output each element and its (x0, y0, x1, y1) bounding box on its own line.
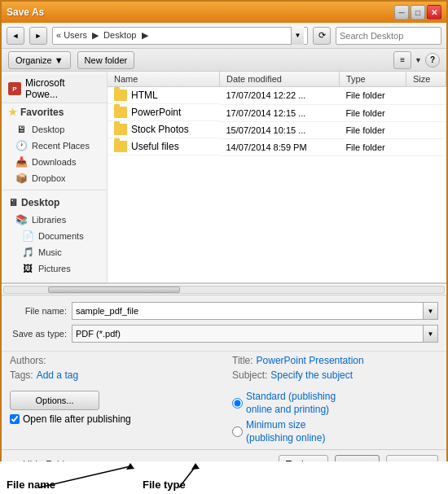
title-bar: Save As ─ □ ✕ (2, 2, 446, 23)
table-row[interactable]: Stock Photos 15/07/2014 10:15 ... File f… (108, 121, 446, 138)
sidebar-sub: 📚 Libraries 📄 Documents 🎵 Music 🖼 Pictur… (2, 212, 107, 277)
svg-marker-3 (191, 463, 200, 470)
documents-icon: 📄 (21, 230, 34, 242)
sidebar-item-documents[interactable]: 📄 Documents (8, 228, 107, 244)
table-row[interactable]: Useful files 14/07/2014 8:59 PM File fol… (108, 138, 446, 155)
file-name-cell: HTML (108, 87, 220, 104)
radio-minimum-row: Minimum size(publishing online) (232, 419, 438, 444)
filename-row: File name: ▼ (10, 302, 438, 320)
annotation-area: File name File type (0, 461, 448, 494)
file-type-cell: File folder (339, 87, 406, 105)
sidebar-item-desktop[interactable]: 🖥 Desktop (8, 121, 107, 138)
radio-standard[interactable] (232, 398, 243, 409)
tags-value[interactable]: Add a tag (37, 369, 78, 381)
toolbar: ◄ ► « Users ▶ Desktop ▶ ▼ ⟳ 🔍 (2, 23, 446, 49)
authors-label: Authors: (10, 355, 46, 366)
refresh-button[interactable]: ⟳ (313, 27, 331, 45)
form-section: File name: ▼ Save as type: ▼ (2, 295, 446, 351)
options-right: Standard (publishingonline and printing)… (232, 391, 438, 444)
radio-minimum[interactable] (232, 426, 243, 437)
col-type[interactable]: Type (339, 72, 406, 87)
sidebar-downloads-label: Downloads (32, 157, 76, 167)
file-date-cell: 17/07/2014 12:22 ... (220, 87, 340, 105)
filename-input[interactable] (72, 302, 424, 320)
file-date-cell: 14/07/2014 8:59 PM (220, 138, 340, 155)
recent-icon: 🕐 (15, 140, 28, 151)
file-size-cell (406, 104, 446, 121)
open-file-checkbox[interactable] (10, 414, 20, 424)
folder-icon (114, 90, 127, 101)
sidebar-item-pictures[interactable]: 🖼 Pictures (8, 260, 107, 277)
forward-button[interactable]: ► (29, 27, 47, 45)
tags-label: Tags: (10, 369, 33, 381)
options-section: Options... Open file after publishing St… (2, 387, 446, 449)
file-type-annotation-label: File type (143, 479, 186, 491)
sidebar-music-label: Music (38, 247, 62, 257)
radio-standard-row: Standard (publishingonline and printing) (232, 391, 438, 416)
options-button[interactable]: Options... (10, 391, 99, 410)
table-row[interactable]: HTML 17/07/2014 12:22 ... File folder (108, 87, 446, 105)
file-type-cell: File folder (339, 121, 406, 138)
sidebar-recent-label: Recent Places (32, 141, 90, 151)
new-folder-button[interactable]: New folder (77, 51, 135, 69)
folder-icon (114, 141, 127, 152)
sidebar-item-powerpoint[interactable]: P Microsoft Powe... (2, 75, 107, 103)
scroll-thumb[interactable] (48, 286, 180, 293)
sidebar-powerpoint-label: Microsoft Powe... (25, 77, 100, 100)
title-bar-buttons: ─ □ ✕ (394, 5, 441, 20)
options-left: Options... Open file after publishing (10, 391, 216, 425)
view-controls: ≡ ▼ ? (393, 51, 440, 69)
sidebar-favorites-header: ★ Favorites (2, 103, 107, 121)
view-toggle-button[interactable]: ≡ (393, 51, 411, 69)
action-bar: Organize ▼ New folder ≡ ▼ ? (2, 49, 446, 72)
open-file-label: Open file after publishing (23, 413, 131, 425)
back-button[interactable]: ◄ (7, 27, 24, 45)
col-date[interactable]: Date modified (220, 72, 340, 87)
organize-button[interactable]: Organize ▼ (8, 51, 71, 69)
minimize-button[interactable]: ─ (394, 5, 409, 20)
horizontal-scrollbar[interactable] (2, 283, 446, 295)
file-name-annotation-label: File name (7, 479, 55, 491)
sidebar-item-music[interactable]: 🎵 Music (8, 244, 107, 260)
title-row: Title: PowerPoint Presentation (232, 355, 438, 366)
search-box[interactable]: 🔍 (336, 27, 441, 45)
col-size[interactable]: Size (406, 72, 446, 87)
folder-icon (114, 124, 127, 135)
savetype-dropdown[interactable]: ▼ (424, 325, 438, 343)
search-input[interactable] (340, 31, 448, 41)
tags-row: Tags: Add a tag (10, 369, 216, 381)
savetype-row: Save as type: ▼ (10, 325, 438, 343)
sidebar-item-libraries[interactable]: 📚 Libraries (8, 212, 107, 228)
radio-group: Standard (publishingonline and printing)… (232, 391, 438, 444)
filename-dropdown[interactable]: ▼ (424, 302, 438, 320)
file-name-cell: Useful files (108, 138, 220, 155)
sidebar-item-downloads[interactable]: 📥 Downloads (8, 154, 107, 170)
address-dropdown-arrow[interactable]: ▼ (291, 27, 304, 45)
col-name[interactable]: Name (108, 72, 220, 87)
scroll-track[interactable] (3, 286, 445, 294)
open-file-checkbox-row: Open file after publishing (10, 413, 216, 425)
title-value: PowerPoint Presentation (257, 355, 364, 366)
title-label: Title: (232, 355, 253, 366)
savetype-input[interactable] (72, 325, 424, 343)
file-date-cell: 17/07/2014 12:15 ... (220, 104, 340, 121)
help-button[interactable]: ? (425, 53, 440, 68)
sidebar-item-dropbox[interactable]: 📦 Dropbox (8, 170, 107, 186)
close-button[interactable]: ✕ (427, 5, 441, 20)
maximize-button[interactable]: □ (411, 5, 425, 20)
sidebar-documents-label: Documents (38, 231, 84, 241)
sidebar-divider (2, 190, 107, 190)
file-name-text: Useful files (131, 141, 179, 152)
address-bar[interactable]: « Users ▶ Desktop ▶ ▼ (52, 27, 308, 45)
sidebar-desktop-section-label: Desktop (21, 197, 59, 208)
subject-value: Specify the subject (270, 369, 353, 381)
music-icon: 🎵 (21, 247, 34, 258)
svg-marker-1 (126, 463, 134, 470)
meta-left: Authors: Tags: Add a tag (10, 355, 216, 384)
ppt-icon: P (8, 82, 21, 95)
subject-label: Subject: (232, 369, 267, 381)
annotation-arrows (0, 461, 448, 494)
sidebar-item-recent-places[interactable]: 🕐 Recent Places (8, 138, 107, 154)
sidebar: P Microsoft Powe... ★ Favorites 🖥 Deskto… (2, 72, 108, 282)
table-row[interactable]: PowerPoint 17/07/2014 12:15 ... File fol… (108, 104, 446, 121)
